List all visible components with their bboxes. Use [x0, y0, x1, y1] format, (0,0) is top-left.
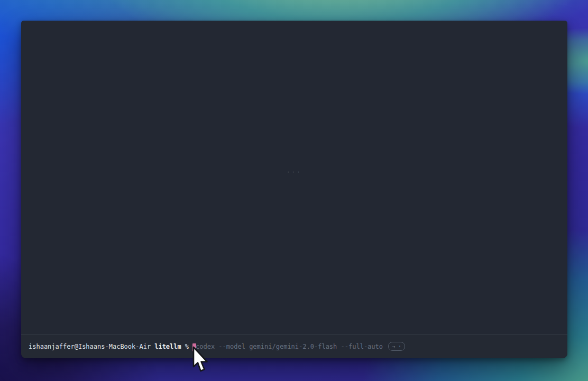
terminal-output-area: ···: [21, 21, 567, 334]
loading-dots: ···: [287, 169, 302, 176]
terminal-window[interactable]: ··· ishaanjaffer@Ishaans-MacBook-Air lit…: [21, 21, 567, 358]
terminal-prompt-line[interactable]: ishaanjaffer@Ishaans-MacBook-Air litellm…: [21, 334, 567, 358]
prompt-directory: litellm: [154, 342, 181, 351]
prompt-symbol: %: [185, 342, 189, 351]
accept-suggestion-hint-badge: → ·: [388, 342, 405, 351]
desktop-wallpaper: ··· ishaanjaffer@Ishaans-MacBook-Air lit…: [0, 0, 588, 381]
prompt-user-host: ishaanjaffer@Ishaans-MacBook-Air: [29, 342, 151, 351]
autosuggestion-command: codex --model gemini/gemini-2.0-flash --…: [196, 342, 383, 351]
